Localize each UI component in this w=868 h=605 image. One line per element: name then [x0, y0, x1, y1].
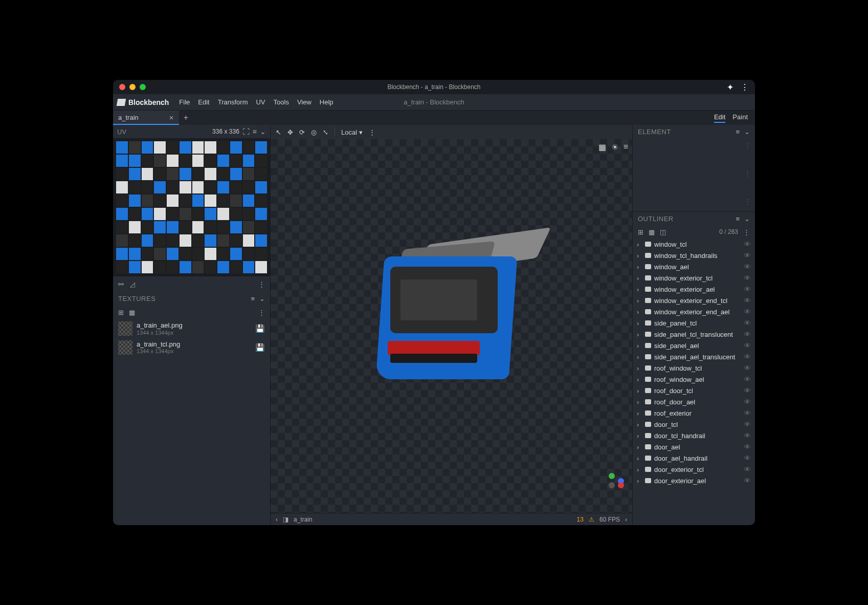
toggle-icon[interactable]: ◫ [660, 228, 666, 236]
visibility-icon[interactable]: 👁 [744, 465, 751, 473]
screenshot-icon[interactable]: ▦ [598, 142, 606, 152]
chevron-right-icon[interactable]: › [637, 308, 642, 316]
more-icon[interactable]: ⋮ [744, 141, 751, 149]
chevron-right-icon[interactable]: › [637, 455, 642, 462]
kebab-menu-icon[interactable]: ⋮ [741, 82, 749, 92]
chevron-right-icon[interactable]: › [637, 364, 642, 372]
menu-uv[interactable]: UV [252, 98, 269, 106]
visibility-icon[interactable]: 👁 [744, 454, 751, 462]
chevron-right-icon[interactable]: › [637, 331, 642, 338]
outliner-item[interactable]: ›window_exterior_end_ael👁 [633, 306, 755, 317]
chevron-right-icon[interactable]: › [637, 342, 642, 350]
visibility-icon[interactable]: 👁 [744, 477, 751, 485]
chevron-right-icon[interactable]: › [637, 252, 642, 260]
menu-view[interactable]: View [293, 98, 316, 106]
chevron-down-icon[interactable]: ⌄ [744, 128, 750, 136]
rotate-tool-icon[interactable]: ⟳ [299, 128, 305, 136]
outliner-item[interactable]: ›door_exterior_ael👁 [633, 475, 755, 486]
chevron-right-icon[interactable]: › [637, 387, 642, 395]
visibility-icon[interactable]: 👁 [744, 285, 751, 293]
vertex-tool-icon[interactable]: ⤡ [323, 128, 328, 136]
transform-space-dropdown[interactable]: Local ▾ [341, 128, 363, 136]
chevron-right-icon[interactable]: › [637, 241, 642, 248]
visibility-icon[interactable]: 👁 [744, 364, 751, 372]
maximize-window-button[interactable] [140, 84, 146, 90]
chevron-right-icon[interactable]: › [637, 432, 642, 440]
outliner-item[interactable]: ›door_ael_handrail👁 [633, 452, 755, 464]
save-icon[interactable]: 💾 [255, 324, 265, 333]
visibility-icon[interactable]: 👁 [744, 308, 751, 316]
visibility-icon[interactable]: 👁 [744, 409, 751, 417]
select-tool-icon[interactable]: ↖ [276, 128, 281, 136]
outliner-item[interactable]: ›door_tcl_handrail👁 [633, 430, 755, 441]
more-icon[interactable]: ⋮ [744, 198, 751, 205]
more-icon[interactable]: ⋮ [258, 309, 265, 316]
menu-tools[interactable]: Tools [270, 98, 293, 106]
chevron-left-icon[interactable]: ‹ [276, 516, 278, 523]
outliner-item[interactable]: ›window_tcl_handrails👁 [633, 250, 755, 261]
chevron-down-icon[interactable]: ⌄ [744, 215, 750, 223]
chevron-right-icon[interactable]: › [637, 409, 642, 417]
outliner-item[interactable]: ›roof_window_ael👁 [633, 374, 755, 385]
chevron-right-icon[interactable]: › [637, 398, 642, 406]
visibility-icon[interactable]: 👁 [744, 319, 751, 327]
menu-help[interactable]: Help [316, 98, 338, 106]
chevron-down-icon[interactable]: ⌄ [259, 295, 265, 302]
add-group-icon[interactable]: ▦ [649, 228, 655, 236]
more-icon[interactable]: ⋮ [369, 128, 375, 136]
outliner-item[interactable]: ›roof_window_tcl👁 [633, 362, 755, 374]
visibility-icon[interactable]: 👁 [744, 263, 751, 271]
chevron-right-icon[interactable]: › [637, 466, 642, 473]
move-tool-icon[interactable]: ✥ [287, 128, 293, 136]
outliner-item[interactable]: ›door_tcl👁 [633, 419, 755, 430]
visibility-icon[interactable]: 👁 [744, 443, 751, 451]
chevron-right-icon[interactable]: › [637, 443, 642, 451]
menu-transform[interactable]: Transform [214, 98, 252, 106]
outliner-item[interactable]: ›roof_door_tcl👁 [633, 385, 755, 396]
minimize-window-button[interactable] [129, 84, 136, 90]
texture-item[interactable]: a_train_tcl.png 1344 x 1344px 💾 [113, 338, 270, 357]
outliner-item[interactable]: ›side_panel_tcl👁 [633, 317, 755, 329]
viewport-menu-icon[interactable]: ≡ [624, 142, 628, 152]
visibility-icon[interactable]: 👁 [744, 431, 751, 440]
outliner-item[interactable]: ›door_exterior_tcl👁 [633, 464, 755, 475]
chevron-right-icon[interactable]: › [637, 421, 642, 428]
save-icon[interactable]: 💾 [255, 343, 265, 352]
chevron-right-icon[interactable]: › [637, 263, 642, 271]
tab-close-icon[interactable]: × [169, 113, 174, 122]
pivot-tool-icon[interactable]: ◎ [311, 128, 317, 136]
tab-a-train[interactable]: a_train × [113, 111, 179, 125]
chevron-right-icon[interactable]: › [637, 353, 642, 361]
mirror-icon[interactable]: ◿ [130, 280, 135, 288]
uv-preview[interactable] [113, 138, 270, 276]
outliner-item[interactable]: ›roof_door_ael👁 [633, 396, 755, 407]
chevron-right-icon[interactable]: › [625, 516, 627, 523]
warning-icon[interactable]: ⚠ [589, 516, 594, 523]
mode-paint[interactable]: Paint [732, 113, 748, 123]
warning-count[interactable]: 13 [577, 516, 584, 523]
outliner-item[interactable]: ›side_panel_ael_translucent👁 [633, 351, 755, 362]
menu-edit[interactable]: Edit [194, 98, 213, 106]
viewport[interactable]: ▦ ☀ ≡ [271, 139, 632, 513]
outliner-item[interactable]: ›window_ael👁 [633, 261, 755, 272]
panel-menu-icon[interactable]: ≡ [251, 295, 255, 302]
outliner-item[interactable]: ›door_ael👁 [633, 441, 755, 452]
orientation-gizmo[interactable] [599, 473, 624, 498]
menu-icon[interactable]: ≡ [253, 127, 257, 136]
add-texture-icon[interactable]: ⊞ [118, 309, 124, 316]
visibility-icon[interactable]: 👁 [744, 420, 751, 428]
visibility-icon[interactable]: 👁 [744, 330, 751, 338]
menu-file[interactable]: File [175, 98, 194, 106]
app-logo[interactable]: Blockbench [117, 98, 169, 106]
chevron-right-icon[interactable]: › [637, 274, 642, 282]
panel-menu-icon[interactable]: ≡ [736, 128, 740, 136]
more-icon[interactable]: ⋮ [744, 169, 751, 177]
visibility-icon[interactable]: 👁 [744, 251, 751, 260]
visibility-icon[interactable]: 👁 [744, 386, 751, 395]
more-icon[interactable]: ⋮ [743, 228, 750, 236]
close-window-button[interactable] [119, 84, 125, 90]
more-icon[interactable]: ⋮ [258, 280, 265, 288]
mode-edit[interactable]: Edit [714, 113, 725, 123]
shading-icon[interactable]: ☀ [611, 142, 618, 152]
texture-item[interactable]: a_train_ael.png 1344 x 1344px 💾 [113, 319, 270, 338]
